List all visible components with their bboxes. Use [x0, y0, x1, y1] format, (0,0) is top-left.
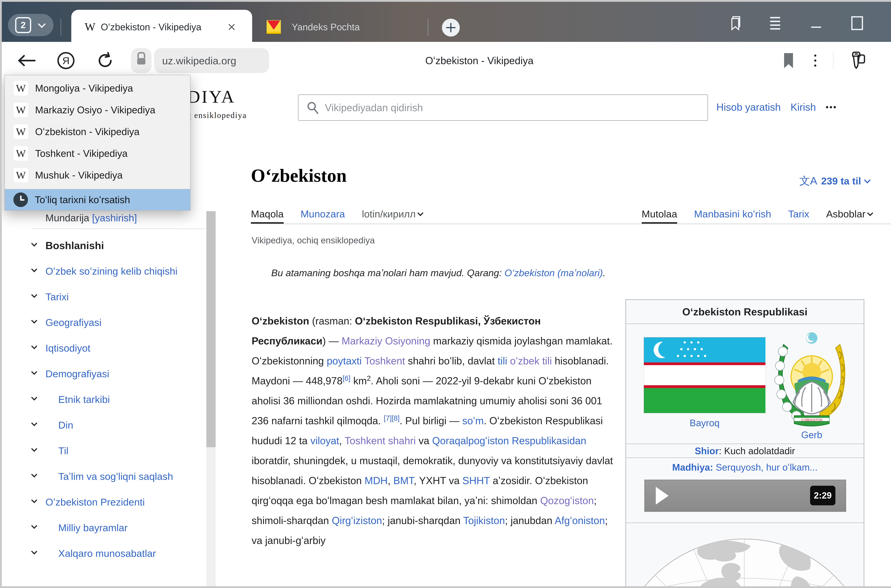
tab-active-ozbekiston[interactable]: W Oʻzbekiston - Vikipediya	[71, 10, 252, 44]
lock-icon	[137, 57, 146, 64]
anthem-audio-player[interactable]: 2:29	[644, 480, 846, 512]
back-history-menu: W Mongoliya - Vikipediya W Markaziy Osiy…	[4, 75, 190, 211]
back-button[interactable]	[12, 42, 41, 79]
new-tab-button[interactable]	[442, 19, 460, 36]
tab-mutolaa[interactable]: Mutolaa	[642, 208, 677, 224]
browser-toolbar: Я uz.wikipedia.org Oʻzbekiston - Vikiped…	[2, 42, 891, 79]
toc-scrollbar-thumb[interactable]	[206, 211, 216, 447]
browser-menu-button[interactable]	[765, 12, 786, 34]
chevron-down-icon	[31, 318, 37, 324]
toc-item[interactable]: Oʻzbek soʻzining kelib chiqishi	[45, 264, 202, 279]
tab-manbasini-korish[interactable]: Manbasini koʻrish	[694, 208, 771, 224]
uzbekistan-flag-image[interactable]	[644, 337, 765, 413]
create-account-link[interactable]: Hisob yaratish	[716, 101, 781, 113]
page-menu-button[interactable]	[806, 42, 825, 79]
audio-duration-badge: 2:29	[810, 486, 836, 506]
emblem-caption-link[interactable]: Gerb	[773, 429, 850, 440]
more-options-icon[interactable]: •••	[826, 103, 837, 111]
menu-item-show-full-history[interactable]: Toʻliq tarixni koʻrsatish	[5, 189, 190, 210]
bookmark-button[interactable]	[777, 42, 800, 79]
menu-item-label: Toʻliq tarixni koʻrsatish	[35, 194, 130, 206]
flag-caption-link[interactable]: Bayroq	[644, 417, 765, 428]
address-bar[interactable]: uz.wikipedia.org	[154, 48, 269, 73]
menu-item-history-entry[interactable]: W Markaziy Osiyo - Vikipediya	[5, 99, 190, 121]
toc-item[interactable]: Tarixi	[45, 289, 202, 304]
toc-item[interactable]: Din	[45, 417, 202, 433]
motto-text: : Kuch adolatdadir	[719, 446, 795, 456]
close-window-button[interactable]	[887, 12, 891, 34]
anthem-title-link[interactable]: Serquyosh, hur oʻlkam...	[713, 462, 818, 472]
minimize-button[interactable]	[806, 12, 827, 34]
menu-item-history-entry[interactable]: W Oʻzbekiston - Vikipediya	[5, 121, 190, 142]
wikipedia-favicon: W	[14, 102, 28, 117]
chevron-down-icon	[417, 210, 423, 216]
wiki-search-input[interactable]: Vikipediyadan qidirish	[298, 94, 708, 121]
wikipedia-favicon: W	[85, 20, 95, 33]
chevron-down-icon	[31, 394, 37, 400]
tab-variant-selector[interactable]: lotin/кирилл	[362, 208, 423, 224]
tab-bar: 2 W Oʻzbekiston - Vikipediya Yandeks Poc…	[2, 2, 891, 42]
toc-item[interactable]: Oʻzbekiston Prezidenti	[45, 495, 202, 510]
play-icon[interactable]	[656, 487, 669, 505]
toc-item[interactable]: Geografiyasi	[45, 315, 202, 330]
chevron-down-icon	[31, 292, 37, 298]
tab-tarix[interactable]: Tarix	[788, 208, 809, 224]
tab-maqola[interactable]: Maqola	[251, 208, 284, 224]
infobox-anthem-row: Madhiya: Serquyosh, hur oʻlkam... 2:29	[626, 458, 864, 523]
site-security-badge[interactable]	[131, 48, 152, 73]
toc-item[interactable]: Xalqaro munosabatlar	[45, 546, 202, 561]
collections-button[interactable]	[725, 12, 747, 34]
divider	[61, 19, 61, 36]
maximize-button[interactable]	[846, 12, 868, 34]
toc-item[interactable]: Iqtisodiyot	[45, 340, 202, 356]
toolbar-page-title: Oʻzbekiston - Vikipediya	[372, 42, 586, 79]
tab-munozara[interactable]: Munozara	[301, 208, 345, 224]
toc-hide-link[interactable]: [yashirish]	[92, 212, 137, 224]
toc-scrollbar[interactable]	[206, 211, 216, 586]
passwords-button[interactable]	[843, 42, 872, 79]
infobox-location-map[interactable]	[626, 523, 864, 586]
chevron-down-icon	[31, 523, 37, 529]
svg-text:Я: Я	[62, 55, 69, 66]
toc-item[interactable]: Til	[45, 443, 202, 459]
toc-item[interactable]: Etnik tarkibi	[45, 392, 202, 407]
article-lead-paragraph: Oʻzbekiston (rasman: Oʻzbekiston Respubl…	[252, 311, 616, 550]
divider	[31, 229, 205, 229]
toc-item[interactable]: Demografiyasi	[45, 366, 202, 381]
toc-item[interactable]: Boshlanishi	[45, 238, 202, 253]
reload-icon	[96, 52, 114, 69]
downloads-button[interactable]	[886, 42, 891, 79]
chevron-down-icon	[31, 497, 37, 503]
wikipedia-favicon: W	[14, 124, 28, 139]
chevron-down-icon	[31, 369, 37, 375]
uzbekistan-emblem-image[interactable]: OʻZBEKISTON	[773, 330, 850, 428]
minimize-icon	[811, 27, 821, 28]
menu-item-label: Toshkent - Vikipediya	[35, 148, 128, 159]
site-subtitle: Vikipediya, ochiq ensiklopediya	[252, 235, 375, 246]
chevron-down-icon	[31, 446, 37, 452]
tab-asboblar[interactable]: Asboblar	[826, 208, 872, 224]
language-selector[interactable]: 文A 239 ta til	[800, 174, 870, 188]
motto-label-link[interactable]: Shior	[695, 446, 719, 456]
login-link[interactable]: Kirish	[790, 101, 816, 113]
yandex-search-button[interactable]: Я	[52, 42, 80, 79]
menu-item-history-entry[interactable]: W Toshkent - Vikipediya	[5, 142, 190, 164]
wikipedia-favicon: W	[14, 81, 28, 96]
wikipedia-favicon: W	[14, 168, 28, 183]
hatnote: Bu atamaning boshqa maʼnolari ham mavjud…	[271, 267, 606, 278]
yandex-mail-icon	[266, 19, 282, 35]
anthem-label-link[interactable]: Madhiya	[672, 462, 710, 472]
tab-counter-button[interactable]: 2	[8, 14, 54, 36]
reload-button[interactable]	[91, 42, 119, 79]
toc-item[interactable]: Taʼlim va sogʻliqni saqlash	[45, 469, 202, 484]
tab-yandex-mail[interactable]: Yandeks Pochta	[256, 10, 426, 44]
menu-item-history-entry[interactable]: W Mongoliya - Vikipediya	[5, 77, 190, 99]
key-icon	[848, 51, 867, 70]
menu-item-history-entry[interactable]: W Mushuk - Vikipediya	[5, 164, 190, 186]
toc-item[interactable]: Milliy bayramlar	[45, 520, 202, 536]
table-of-contents: Boshlanishi Oʻzbek soʻzining kelib chiqi…	[45, 238, 202, 572]
chevron-down-icon	[31, 549, 37, 555]
toc-title: Mundarija	[45, 212, 89, 224]
infobox-title: Oʻzbekiston Respublikasi	[626, 300, 864, 324]
close-tab-icon[interactable]	[226, 21, 237, 32]
